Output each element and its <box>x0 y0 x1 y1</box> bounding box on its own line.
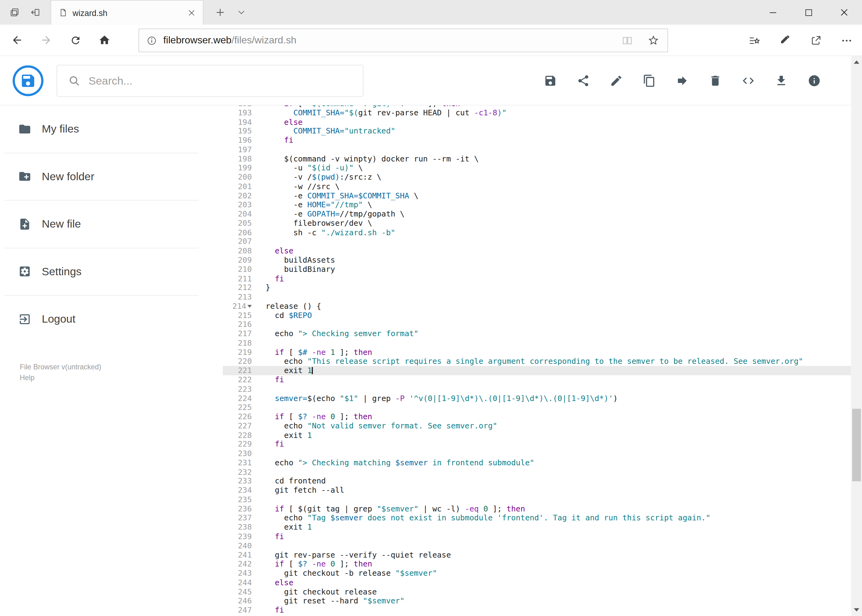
share-button[interactable] <box>571 69 596 93</box>
sidebar-item-logout[interactable]: Logout <box>0 295 223 343</box>
code-line-196[interactable]: 196 fi <box>223 136 851 145</box>
code-line-209[interactable]: 209 buildAssets <box>223 256 851 265</box>
code-line-246[interactable]: 246 git reset --hard "$semver" <box>223 596 851 605</box>
code-line-247[interactable]: 247 fi <box>223 605 851 615</box>
sidebar-item-new-file[interactable]: New file <box>0 201 223 248</box>
code-line-225[interactable]: 225 <box>223 403 851 412</box>
help-link[interactable]: Help <box>20 372 101 383</box>
save-button[interactable] <box>538 69 563 93</box>
code-line-220[interactable]: 220 echo "This release script requires a… <box>223 357 851 366</box>
code-line-208[interactable]: 208 else <box>223 246 851 256</box>
code-line-211[interactable]: 211 fi <box>223 274 851 283</box>
code-line-214[interactable]: 214release () { <box>223 302 851 311</box>
code-line-224[interactable]: 224 semver=$(echo "$1" | grep -P '^v(0|[… <box>223 394 851 403</box>
more-button[interactable] <box>835 28 859 52</box>
reading-view-button[interactable] <box>617 30 637 50</box>
code-line-229[interactable]: 229 fi <box>223 440 851 449</box>
code-line-217[interactable]: 217 echo "> Checking semver format" <box>223 329 851 338</box>
search-box[interactable] <box>57 65 364 97</box>
app-logo[interactable] <box>13 66 43 96</box>
code-line-242[interactable]: 242 if [ $? -ne 0 ]; then <box>223 559 851 569</box>
move-button[interactable] <box>670 69 695 93</box>
maximize-button[interactable] <box>791 0 826 25</box>
code-line-203[interactable]: 203 -e HOME="//tmp" \ <box>223 200 851 209</box>
code-line-222[interactable]: 222 fi <box>223 375 851 384</box>
code-line-231[interactable]: 231 echo "> Checking matching $semver in… <box>223 458 851 467</box>
code-line-216[interactable]: 216 <box>223 320 851 329</box>
url-field[interactable]: filebrowser.web/files/wizard.sh <box>139 28 668 52</box>
hub-button[interactable] <box>742 28 767 52</box>
code-line-230[interactable]: 230 <box>223 449 851 458</box>
copy-button[interactable] <box>637 69 662 93</box>
tab-list-button[interactable] <box>233 2 250 22</box>
code-line-215[interactable]: 215 cd $REPO <box>223 311 851 320</box>
code-line-193[interactable]: 193 COMMIT_SHA="$(git rev-parse HEAD | c… <box>223 108 851 118</box>
tab-close-button[interactable] <box>184 6 198 20</box>
set-tabs-aside-button[interactable] <box>25 2 45 22</box>
home-button[interactable] <box>92 28 117 52</box>
refresh-button[interactable] <box>63 28 87 52</box>
code-line-192[interactable]: 192 if [ "$(command -v git)" != "" ]; th… <box>223 105 851 108</box>
code-line-243[interactable]: 243 git checkout -b release "$semver" <box>223 569 851 578</box>
code-line-197[interactable]: 197 <box>223 145 851 154</box>
new-tab-button[interactable] <box>210 2 230 22</box>
code-line-241[interactable]: 241 git rev-parse --verify --quiet relea… <box>223 550 851 559</box>
scroll-up-arrow-icon[interactable] <box>854 61 859 64</box>
code-line-240[interactable]: 240 <box>223 541 851 550</box>
scroll-down-arrow-icon[interactable] <box>854 608 859 612</box>
code-line-245[interactable]: 245 git checkout release <box>223 587 851 596</box>
code-line-227[interactable]: 227 echo "Not valid semver format. See s… <box>223 421 851 431</box>
code-line-234[interactable]: 234 git fetch --all <box>223 486 851 495</box>
code-line-235[interactable]: 235 <box>223 495 851 504</box>
code-line-218[interactable]: 218 <box>223 338 851 347</box>
page-scrollbar[interactable] <box>851 56 862 616</box>
browser-tab[interactable]: wizard.sh <box>50 0 203 25</box>
code-editor[interactable]: 192 if [ "$(command -v git)" != "" ]; th… <box>223 105 851 616</box>
code-line-204[interactable]: 204 -e GOPATH=//tmp/gopath \ <box>223 209 851 218</box>
code-line-205[interactable]: 205 filebrowser/dev \ <box>223 218 851 228</box>
code-line-223[interactable]: 223 <box>223 384 851 394</box>
code-line-238[interactable]: 238 exit 1 <box>223 523 851 532</box>
code-button[interactable] <box>736 69 760 93</box>
code-line-219[interactable]: 219 if [ $# -ne 1 ]; then <box>223 347 851 357</box>
code-line-237[interactable]: 237 echo "Tag $semver does not exist in … <box>223 513 851 523</box>
code-line-195[interactable]: 195 COMMIT_SHA="untracked" <box>223 126 851 136</box>
code-line-232[interactable]: 232 <box>223 467 851 477</box>
code-line-200[interactable]: 200 -v /$(pwd):/src:z \ <box>223 173 851 182</box>
add-favorite-button[interactable] <box>643 30 663 50</box>
code-line-199[interactable]: 199 -u "$(id -u)" \ <box>223 163 851 173</box>
delete-button[interactable] <box>703 69 728 93</box>
sidebar-item-my-files[interactable]: My files <box>0 105 223 152</box>
code-line-244[interactable]: 244 else <box>223 578 851 587</box>
code-line-206[interactable]: 206 sh -c "./wizard.sh -b" <box>223 228 851 237</box>
show-tab-previews-button[interactable] <box>4 2 24 22</box>
edit-button[interactable] <box>604 69 629 93</box>
forward-button[interactable] <box>34 28 58 52</box>
code-line-221[interactable]: 221 exit 1 <box>223 366 851 375</box>
sidebar-item-settings[interactable]: Settings <box>0 248 223 295</box>
code-line-236[interactable]: 236 if [ $(git tag | grep "$semver" | wc… <box>223 504 851 513</box>
code-line-228[interactable]: 228 exit 1 <box>223 431 851 440</box>
site-info-icon[interactable] <box>146 35 157 46</box>
code-line-202[interactable]: 202 -e COMMIT_SHA=$COMMIT_SHA \ <box>223 191 851 200</box>
code-line-194[interactable]: 194 else <box>223 117 851 126</box>
code-line-201[interactable]: 201 -w //src \ <box>223 182 851 191</box>
search-input[interactable] <box>89 74 352 87</box>
info-button[interactable] <box>802 69 827 93</box>
code-line-212[interactable]: 212} <box>223 283 851 292</box>
code-line-233[interactable]: 233 cd frontend <box>223 477 851 486</box>
back-button[interactable] <box>5 28 29 52</box>
web-note-button[interactable] <box>773 28 797 52</box>
fold-marker-icon[interactable] <box>247 305 252 308</box>
code-line-213[interactable]: 213 <box>223 292 851 302</box>
share-page-button[interactable] <box>804 28 828 52</box>
close-window-button[interactable] <box>826 0 862 25</box>
code-line-207[interactable]: 207 <box>223 237 851 246</box>
scrollbar-thumb[interactable] <box>852 409 861 482</box>
sidebar-item-new-folder[interactable]: New folder <box>0 153 223 200</box>
code-line-226[interactable]: 226 if [ $? -ne 0 ]; then <box>223 412 851 421</box>
code-line-198[interactable]: 198 $(command -v winpty) docker run --rm… <box>223 154 851 163</box>
code-line-210[interactable]: 210 buildBinary <box>223 265 851 274</box>
code-line-239[interactable]: 239 fi <box>223 532 851 541</box>
minimize-button[interactable] <box>755 0 791 25</box>
